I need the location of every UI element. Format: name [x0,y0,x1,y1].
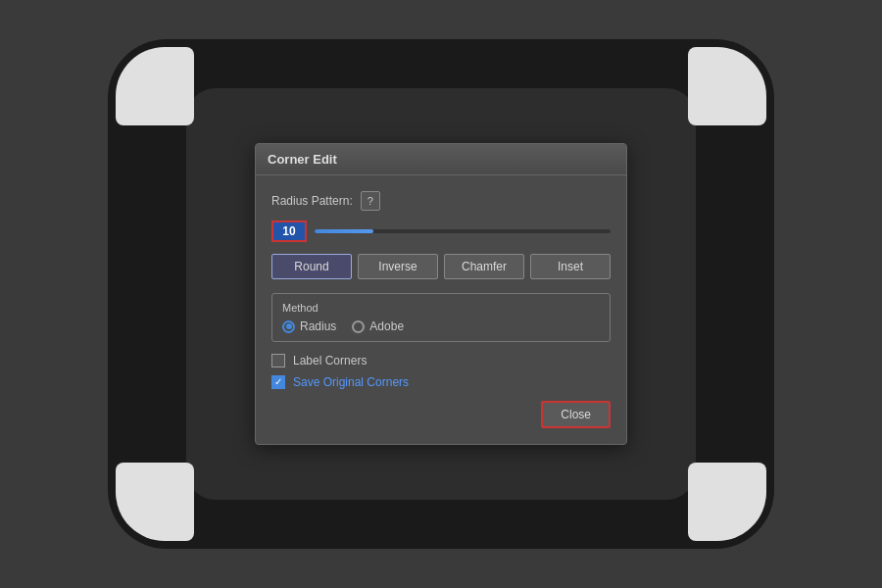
save-original-row: Save Original Corners [271,375,611,389]
bottom-row: Close [271,397,611,428]
adobe-radio-item[interactable]: Adobe [352,319,404,333]
method-section: Method Radius Adobe [271,293,611,342]
radius-pattern-label: Radius Pattern: [271,194,353,208]
corner-top-left [116,47,194,125]
corner-bottom-left [116,463,194,541]
round-button[interactable]: Round [271,254,352,279]
method-label: Method [282,302,600,314]
corner-bottom-right [688,463,766,541]
style-button-row: Round Inverse Chamfer Inset [271,254,611,279]
corner-edit-dialog: Corner Edit Radius Pattern: ? [255,143,627,445]
help-button[interactable]: ? [361,191,380,211]
slider-track[interactable] [315,229,611,233]
save-original-checkbox[interactable] [271,375,285,389]
inset-button[interactable]: Inset [530,254,611,279]
radius-radio-circle [282,320,295,333]
radius-radio-item[interactable]: Radius [282,319,336,333]
dialog-body: Radius Pattern: ? Round Inverse [256,175,626,444]
chamfer-button[interactable]: Chamfer [444,254,524,279]
adobe-radio-label: Adobe [369,319,404,333]
slider-fill [315,229,373,233]
close-button[interactable]: Close [541,401,611,428]
radius-radio-label: Radius [300,319,336,333]
inverse-button[interactable]: Inverse [358,254,438,279]
app-container: Corner Edit Radius Pattern: ? [108,39,774,549]
label-corners-row: Label Corners [271,354,611,368]
corner-top-right [688,47,766,125]
save-original-label: Save Original Corners [293,375,409,389]
adobe-radio-circle [352,320,365,333]
radio-row: Radius Adobe [282,319,600,333]
label-corners-label: Label Corners [293,354,367,368]
slider-row [271,220,611,242]
radius-pattern-row: Radius Pattern: ? [271,191,611,211]
radius-value-input[interactable] [271,220,307,242]
dialog-title: Corner Edit [268,152,337,167]
dialog-titlebar: Corner Edit [256,144,626,175]
label-corners-checkbox[interactable] [271,354,285,368]
inner-square: Corner Edit Radius Pattern: ? [186,88,696,500]
